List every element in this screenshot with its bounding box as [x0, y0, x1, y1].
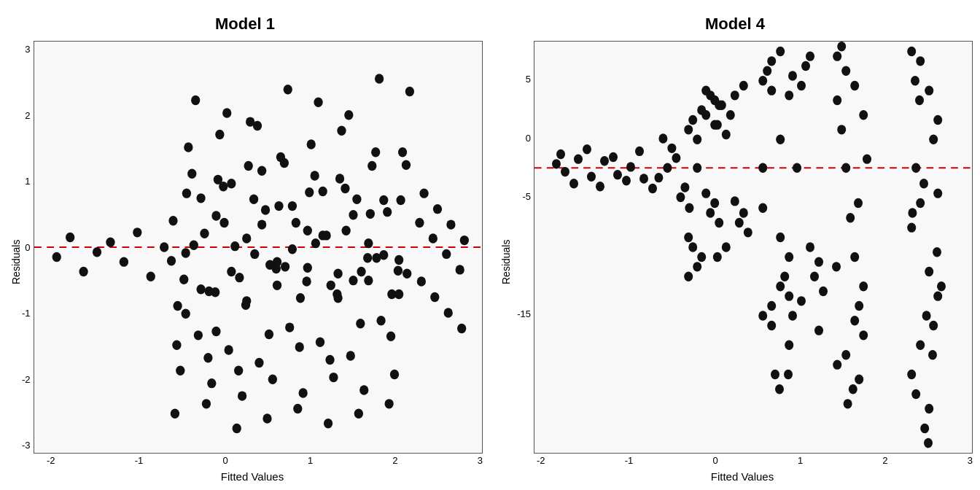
svg-point-200 — [776, 135, 785, 144]
svg-point-268 — [722, 242, 731, 252]
model1-title: Model 1 — [215, 15, 275, 34]
svg-point-246 — [915, 96, 924, 105]
svg-point-177 — [688, 242, 697, 252]
svg-point-59 — [285, 322, 294, 332]
svg-point-88 — [211, 287, 219, 297]
model4-x-ticks: -2 -1 0 1 2 3 — [512, 454, 973, 466]
svg-point-255 — [680, 182, 689, 192]
svg-point-5 — [303, 225, 311, 235]
svg-point-130 — [455, 265, 464, 274]
svg-point-11 — [257, 219, 266, 229]
svg-point-238 — [916, 198, 925, 208]
svg-point-219 — [855, 375, 863, 384]
svg-point-157 — [556, 149, 565, 159]
svg-point-57 — [224, 345, 233, 354]
svg-point-78 — [397, 147, 406, 157]
svg-point-48 — [182, 188, 190, 198]
svg-point-1 — [181, 248, 190, 257]
svg-point-154 — [613, 170, 622, 179]
svg-point-214 — [841, 350, 850, 359]
svg-point-31 — [166, 256, 175, 265]
svg-point-144 — [119, 257, 128, 266]
svg-point-212 — [833, 96, 841, 105]
svg-point-93 — [363, 253, 372, 262]
svg-point-105 — [234, 365, 243, 375]
svg-point-2 — [211, 211, 220, 220]
svg-point-236 — [911, 389, 920, 399]
svg-point-71 — [184, 142, 192, 152]
svg-point-10 — [227, 267, 236, 276]
svg-point-259 — [685, 203, 693, 213]
svg-point-103 — [172, 341, 181, 350]
svg-point-20 — [303, 262, 311, 272]
svg-point-131 — [419, 188, 428, 198]
svg-point-218 — [846, 213, 855, 222]
model4-y-ticks: 5 0 -5 -15 — [512, 41, 534, 454]
svg-point-155 — [626, 162, 635, 171]
svg-point-87 — [179, 275, 188, 284]
svg-point-50 — [244, 161, 252, 171]
model4-panel: Model 4 Residuals 5 0 -5 -15 — [490, 0, 980, 490]
svg-point-141 — [79, 267, 88, 276]
svg-point-140 — [66, 233, 74, 242]
svg-point-42 — [235, 273, 244, 282]
svg-point-51 — [274, 201, 283, 211]
svg-point-75 — [306, 139, 315, 149]
svg-point-108 — [325, 355, 334, 365]
model4-inner: 5 0 -5 -15 — [512, 41, 973, 483]
svg-point-275 — [814, 257, 823, 266]
svg-point-24 — [196, 193, 205, 203]
svg-point-216 — [833, 359, 841, 369]
svg-point-213 — [859, 330, 868, 340]
svg-point-150 — [561, 167, 569, 176]
svg-point-136 — [430, 292, 439, 302]
svg-point-272 — [797, 81, 806, 90]
svg-point-111 — [191, 96, 200, 105]
svg-point-56 — [193, 330, 202, 340]
svg-point-188 — [785, 252, 793, 262]
svg-point-167 — [684, 125, 693, 134]
svg-point-137 — [443, 308, 452, 317]
svg-point-256 — [667, 144, 676, 153]
svg-point-168 — [710, 198, 719, 208]
svg-point-100 — [341, 184, 349, 193]
svg-point-116 — [344, 110, 353, 120]
svg-point-3 — [242, 233, 251, 243]
svg-point-54 — [365, 209, 374, 219]
svg-point-258 — [658, 133, 667, 143]
svg-point-208 — [837, 42, 846, 51]
svg-point-69 — [359, 385, 368, 394]
svg-point-240 — [907, 222, 916, 232]
svg-point-183 — [684, 272, 693, 281]
svg-point-223 — [854, 198, 863, 208]
svg-point-9 — [196, 284, 205, 294]
model1-plot-with-yticks: 3 2 1 0 -1 -2 -3 — [22, 41, 483, 454]
svg-point-202 — [785, 341, 793, 350]
svg-point-55 — [396, 195, 405, 205]
svg-point-52 — [305, 187, 314, 197]
svg-point-206 — [833, 51, 841, 61]
svg-point-34 — [250, 249, 259, 259]
svg-point-6 — [333, 269, 342, 279]
svg-point-92 — [332, 289, 341, 299]
charts-container: Model 1 Residuals 3 2 1 0 -1 -2 -3 — [0, 0, 980, 490]
svg-point-40 — [173, 301, 182, 311]
svg-point-123 — [293, 404, 302, 413]
svg-point-143 — [106, 238, 114, 247]
svg-point-284 — [775, 384, 784, 394]
model4-x-label: Fitted Values — [512, 470, 973, 483]
svg-point-35 — [281, 262, 289, 271]
svg-point-261 — [731, 196, 739, 206]
svg-point-199 — [767, 321, 776, 330]
svg-point-257 — [676, 192, 685, 202]
svg-point-233 — [925, 85, 933, 95]
svg-point-32 — [189, 241, 198, 250]
svg-point-235 — [933, 115, 942, 125]
svg-point-158 — [569, 179, 578, 188]
svg-point-117 — [375, 74, 384, 83]
svg-point-172 — [715, 218, 723, 228]
model1-y-label: Residuals — [7, 41, 22, 483]
svg-point-245 — [928, 350, 937, 359]
svg-point-33 — [219, 218, 228, 228]
svg-point-8 — [394, 255, 403, 265]
